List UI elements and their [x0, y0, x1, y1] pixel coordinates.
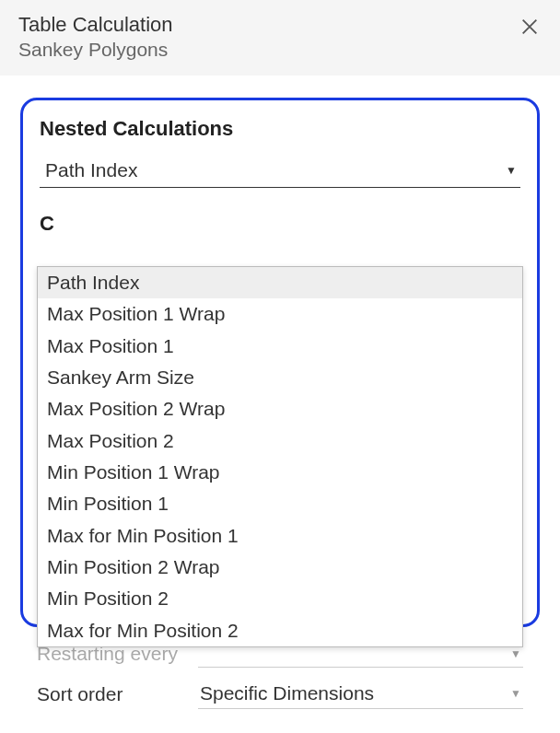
sort-order-row: Sort order Specific Dimensions ▼ [37, 673, 523, 715]
dropdown-option[interactable]: Max Position 2 [38, 425, 522, 457]
dropdown-option[interactable]: Min Position 1 [38, 488, 522, 519]
dropdown-option[interactable]: Min Position 2 Wrap [38, 552, 522, 583]
dropdown-option[interactable]: Max Position 2 Wrap [38, 393, 522, 425]
sort-order-select[interactable]: Specific Dimensions ▼ [198, 679, 523, 709]
sort-order-value: Specific Dimensions [200, 682, 374, 704]
dropdown-option[interactable]: Max Position 1 [38, 331, 522, 362]
chevron-down-icon: ▼ [510, 647, 521, 660]
dropdown-option[interactable]: Max for Min Position 1 [38, 520, 522, 552]
dialog-header: Table Calculation Sankey Polygons [0, 0, 560, 76]
dropdown-option[interactable]: Max Position 1 Wrap [38, 298, 522, 330]
dropdown-option[interactable]: Sankey Arm Size [38, 362, 522, 393]
dialog-title: Table Calculation [18, 13, 542, 37]
nested-calculations-title: Nested Calculations [40, 117, 520, 141]
dropdown-option[interactable]: Max for Min Position 2 [38, 615, 522, 646]
dialog-subtitle: Sankey Polygons [18, 39, 542, 61]
nested-calc-select[interactable]: Path Index ▼ [40, 154, 520, 188]
sort-order-label: Sort order [37, 683, 198, 705]
nested-calc-select-value: Path Index [45, 159, 137, 181]
nested-calc-dropdown[interactable]: Path IndexMax Position 1 WrapMax Positio… [37, 266, 523, 647]
dropdown-option[interactable]: Path Index [38, 267, 522, 298]
dropdown-option[interactable]: Min Position 1 Wrap [38, 457, 522, 488]
compute-using-partial: C [40, 212, 520, 236]
dropdown-option[interactable]: Min Position 2 [38, 583, 522, 614]
dialog-body: Nested Calculations Path Index ▼ C At th… [0, 76, 560, 733]
chevron-down-icon: ▼ [506, 164, 517, 177]
close-icon[interactable] [519, 17, 540, 37]
chevron-down-icon: ▼ [510, 687, 521, 700]
